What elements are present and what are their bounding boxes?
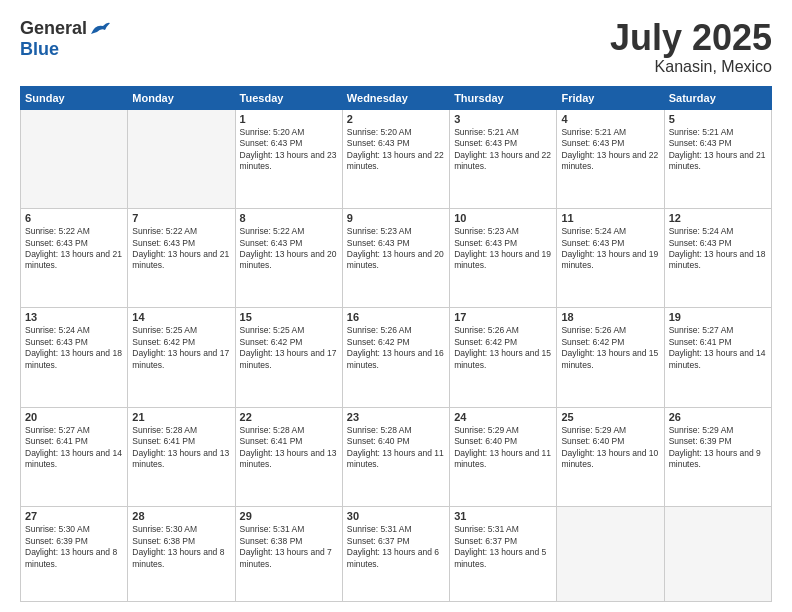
day-number: 17 — [454, 311, 552, 323]
calendar-cell: 3Sunrise: 5:21 AM Sunset: 6:43 PM Daylig… — [450, 109, 557, 208]
calendar-cell: 21Sunrise: 5:28 AM Sunset: 6:41 PM Dayli… — [128, 407, 235, 506]
calendar-cell: 9Sunrise: 5:23 AM Sunset: 6:43 PM Daylig… — [342, 209, 449, 308]
day-number: 27 — [25, 510, 123, 522]
day-number: 30 — [347, 510, 445, 522]
calendar-cell: 8Sunrise: 5:22 AM Sunset: 6:43 PM Daylig… — [235, 209, 342, 308]
day-number: 22 — [240, 411, 338, 423]
day-number: 4 — [561, 113, 659, 125]
day-info: Sunrise: 5:24 AM Sunset: 6:43 PM Dayligh… — [669, 226, 767, 272]
day-info: Sunrise: 5:22 AM Sunset: 6:43 PM Dayligh… — [132, 226, 230, 272]
day-info: Sunrise: 5:22 AM Sunset: 6:43 PM Dayligh… — [25, 226, 123, 272]
day-info: Sunrise: 5:21 AM Sunset: 6:43 PM Dayligh… — [669, 127, 767, 173]
calendar-cell: 24Sunrise: 5:29 AM Sunset: 6:40 PM Dayli… — [450, 407, 557, 506]
day-number: 6 — [25, 212, 123, 224]
day-info: Sunrise: 5:25 AM Sunset: 6:42 PM Dayligh… — [240, 325, 338, 371]
day-info: Sunrise: 5:29 AM Sunset: 6:40 PM Dayligh… — [561, 425, 659, 471]
day-number: 1 — [240, 113, 338, 125]
calendar-week-row: 27Sunrise: 5:30 AM Sunset: 6:39 PM Dayli… — [21, 507, 772, 602]
col-header-tuesday: Tuesday — [235, 86, 342, 109]
calendar-cell: 15Sunrise: 5:25 AM Sunset: 6:42 PM Dayli… — [235, 308, 342, 407]
calendar-cell: 30Sunrise: 5:31 AM Sunset: 6:37 PM Dayli… — [342, 507, 449, 602]
header: General Blue July 2025 Kanasin, Mexico — [20, 18, 772, 76]
calendar-cell: 28Sunrise: 5:30 AM Sunset: 6:38 PM Dayli… — [128, 507, 235, 602]
col-header-wednesday: Wednesday — [342, 86, 449, 109]
day-info: Sunrise: 5:31 AM Sunset: 6:37 PM Dayligh… — [347, 524, 445, 570]
calendar-cell — [21, 109, 128, 208]
day-number: 18 — [561, 311, 659, 323]
day-info: Sunrise: 5:30 AM Sunset: 6:39 PM Dayligh… — [25, 524, 123, 570]
day-number: 5 — [669, 113, 767, 125]
calendar-cell: 4Sunrise: 5:21 AM Sunset: 6:43 PM Daylig… — [557, 109, 664, 208]
day-number: 23 — [347, 411, 445, 423]
day-info: Sunrise: 5:28 AM Sunset: 6:41 PM Dayligh… — [132, 425, 230, 471]
calendar-cell: 2Sunrise: 5:20 AM Sunset: 6:43 PM Daylig… — [342, 109, 449, 208]
day-number: 3 — [454, 113, 552, 125]
day-info: Sunrise: 5:27 AM Sunset: 6:41 PM Dayligh… — [25, 425, 123, 471]
day-info: Sunrise: 5:31 AM Sunset: 6:38 PM Dayligh… — [240, 524, 338, 570]
day-number: 31 — [454, 510, 552, 522]
day-info: Sunrise: 5:29 AM Sunset: 6:39 PM Dayligh… — [669, 425, 767, 471]
day-info: Sunrise: 5:25 AM Sunset: 6:42 PM Dayligh… — [132, 325, 230, 371]
day-number: 28 — [132, 510, 230, 522]
day-info: Sunrise: 5:23 AM Sunset: 6:43 PM Dayligh… — [347, 226, 445, 272]
day-number: 20 — [25, 411, 123, 423]
col-header-monday: Monday — [128, 86, 235, 109]
day-info: Sunrise: 5:21 AM Sunset: 6:43 PM Dayligh… — [561, 127, 659, 173]
calendar-cell: 22Sunrise: 5:28 AM Sunset: 6:41 PM Dayli… — [235, 407, 342, 506]
day-info: Sunrise: 5:26 AM Sunset: 6:42 PM Dayligh… — [454, 325, 552, 371]
calendar-cell: 26Sunrise: 5:29 AM Sunset: 6:39 PM Dayli… — [664, 407, 771, 506]
title-block: July 2025 Kanasin, Mexico — [610, 18, 772, 76]
calendar-week-row: 20Sunrise: 5:27 AM Sunset: 6:41 PM Dayli… — [21, 407, 772, 506]
calendar-cell: 25Sunrise: 5:29 AM Sunset: 6:40 PM Dayli… — [557, 407, 664, 506]
day-info: Sunrise: 5:24 AM Sunset: 6:43 PM Dayligh… — [25, 325, 123, 371]
day-number: 12 — [669, 212, 767, 224]
calendar-cell: 7Sunrise: 5:22 AM Sunset: 6:43 PM Daylig… — [128, 209, 235, 308]
day-number: 21 — [132, 411, 230, 423]
day-info: Sunrise: 5:26 AM Sunset: 6:42 PM Dayligh… — [561, 325, 659, 371]
day-number: 2 — [347, 113, 445, 125]
calendar-cell: 5Sunrise: 5:21 AM Sunset: 6:43 PM Daylig… — [664, 109, 771, 208]
day-info: Sunrise: 5:30 AM Sunset: 6:38 PM Dayligh… — [132, 524, 230, 570]
page: General Blue July 2025 Kanasin, Mexico S… — [0, 0, 792, 612]
col-header-friday: Friday — [557, 86, 664, 109]
calendar-cell: 17Sunrise: 5:26 AM Sunset: 6:42 PM Dayli… — [450, 308, 557, 407]
calendar-cell: 20Sunrise: 5:27 AM Sunset: 6:41 PM Dayli… — [21, 407, 128, 506]
day-info: Sunrise: 5:20 AM Sunset: 6:43 PM Dayligh… — [240, 127, 338, 173]
calendar-cell: 19Sunrise: 5:27 AM Sunset: 6:41 PM Dayli… — [664, 308, 771, 407]
location-title: Kanasin, Mexico — [610, 58, 772, 76]
day-number: 9 — [347, 212, 445, 224]
calendar-cell: 12Sunrise: 5:24 AM Sunset: 6:43 PM Dayli… — [664, 209, 771, 308]
col-header-saturday: Saturday — [664, 86, 771, 109]
day-info: Sunrise: 5:22 AM Sunset: 6:43 PM Dayligh… — [240, 226, 338, 272]
day-number: 16 — [347, 311, 445, 323]
day-number: 19 — [669, 311, 767, 323]
calendar-cell: 10Sunrise: 5:23 AM Sunset: 6:43 PM Dayli… — [450, 209, 557, 308]
calendar-cell: 6Sunrise: 5:22 AM Sunset: 6:43 PM Daylig… — [21, 209, 128, 308]
day-info: Sunrise: 5:28 AM Sunset: 6:40 PM Dayligh… — [347, 425, 445, 471]
calendar-cell: 31Sunrise: 5:31 AM Sunset: 6:37 PM Dayli… — [450, 507, 557, 602]
calendar-cell — [128, 109, 235, 208]
calendar-cell: 13Sunrise: 5:24 AM Sunset: 6:43 PM Dayli… — [21, 308, 128, 407]
col-header-thursday: Thursday — [450, 86, 557, 109]
day-number: 10 — [454, 212, 552, 224]
day-number: 25 — [561, 411, 659, 423]
day-info: Sunrise: 5:31 AM Sunset: 6:37 PM Dayligh… — [454, 524, 552, 570]
calendar-cell: 11Sunrise: 5:24 AM Sunset: 6:43 PM Dayli… — [557, 209, 664, 308]
logo-bird-icon — [89, 20, 111, 38]
calendar-table: SundayMondayTuesdayWednesdayThursdayFrid… — [20, 86, 772, 602]
calendar-week-row: 1Sunrise: 5:20 AM Sunset: 6:43 PM Daylig… — [21, 109, 772, 208]
day-info: Sunrise: 5:27 AM Sunset: 6:41 PM Dayligh… — [669, 325, 767, 371]
day-info: Sunrise: 5:21 AM Sunset: 6:43 PM Dayligh… — [454, 127, 552, 173]
calendar-cell — [664, 507, 771, 602]
day-number: 14 — [132, 311, 230, 323]
calendar-cell: 16Sunrise: 5:26 AM Sunset: 6:42 PM Dayli… — [342, 308, 449, 407]
day-number: 29 — [240, 510, 338, 522]
day-info: Sunrise: 5:28 AM Sunset: 6:41 PM Dayligh… — [240, 425, 338, 471]
day-number: 8 — [240, 212, 338, 224]
logo: General Blue — [20, 18, 111, 60]
calendar-week-row: 6Sunrise: 5:22 AM Sunset: 6:43 PM Daylig… — [21, 209, 772, 308]
calendar-cell: 1Sunrise: 5:20 AM Sunset: 6:43 PM Daylig… — [235, 109, 342, 208]
day-info: Sunrise: 5:23 AM Sunset: 6:43 PM Dayligh… — [454, 226, 552, 272]
calendar-cell: 27Sunrise: 5:30 AM Sunset: 6:39 PM Dayli… — [21, 507, 128, 602]
logo-blue-text: Blue — [20, 39, 59, 60]
